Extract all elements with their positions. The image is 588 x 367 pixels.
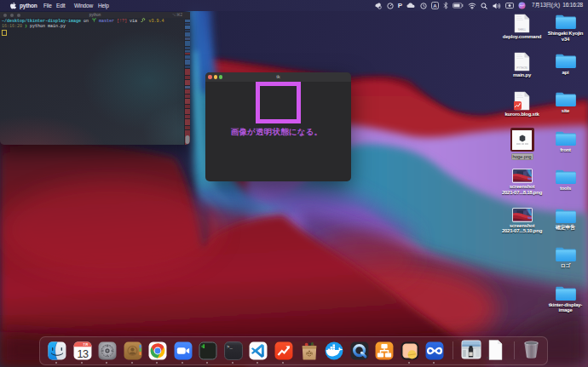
svg-text:7月: 7月 [83, 342, 88, 347]
svg-text:PYTHON: PYTHON [516, 66, 527, 70]
svg-text:13: 13 [77, 348, 88, 360]
svg-text:p.: p. [487, 354, 489, 358]
svg-text:SHELL: SHELL [518, 28, 527, 32]
svg-text:A: A [433, 3, 437, 9]
svg-text:>_: >_ [227, 344, 233, 350]
